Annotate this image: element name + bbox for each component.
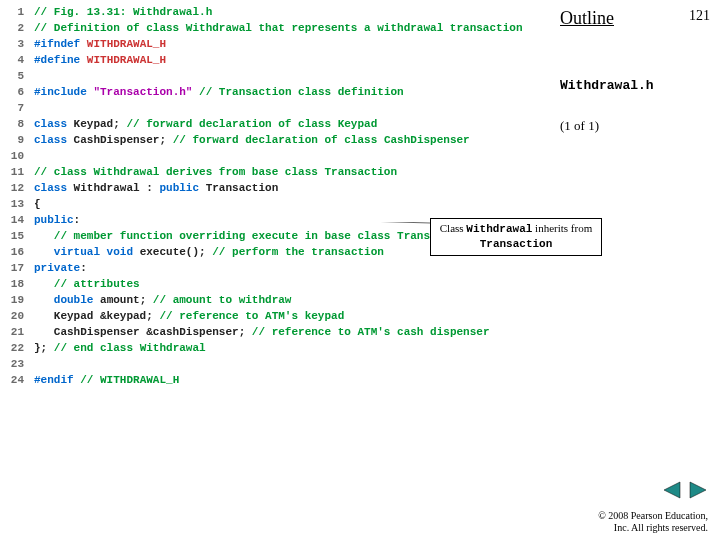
code-token: private bbox=[34, 262, 80, 274]
line-number: 4 bbox=[0, 52, 24, 68]
code-listing: 1// Fig. 13.31: Withdrawal.h2// Definiti… bbox=[0, 0, 555, 388]
code-token: // attributes bbox=[54, 278, 140, 290]
line-number: 18 bbox=[0, 276, 24, 292]
outline-label: Outline bbox=[560, 8, 614, 28]
code-token: Keypad &keypad; bbox=[34, 310, 159, 322]
inheritance-callout: Class Withdrawal inherits from Transacti… bbox=[430, 218, 602, 256]
line-number: 24 bbox=[0, 372, 24, 388]
code-line: 7 bbox=[0, 100, 555, 116]
callout-class-1: Withdrawal bbox=[466, 223, 532, 235]
code-line: 20 Keypad &keypad; // reference to ATM's… bbox=[0, 308, 555, 324]
source-filename: Withdrawal.h bbox=[560, 78, 654, 93]
code-line: 22}; // end class Withdrawal bbox=[0, 340, 555, 356]
callout-class-2: Transaction bbox=[480, 238, 553, 250]
code-token: // Definition of class Withdrawal that r… bbox=[34, 22, 522, 34]
code-token: // Fig. 13.31: Withdrawal.h bbox=[34, 6, 212, 18]
code-line: 10 bbox=[0, 148, 555, 164]
code-line: 4#define WITHDRAWAL_H bbox=[0, 52, 555, 68]
code-line: 19 double amount; // amount to withdraw bbox=[0, 292, 555, 308]
page-number: 121 bbox=[689, 8, 710, 24]
code-token: class bbox=[34, 118, 74, 130]
code-line: 12class Withdrawal : public Transaction bbox=[0, 180, 555, 196]
callout-arrow bbox=[270, 222, 430, 224]
code-token bbox=[34, 230, 54, 242]
code-token: // reference to ATM's cash dispenser bbox=[252, 326, 490, 338]
code-token: { bbox=[34, 198, 41, 210]
code-token: #ifndef bbox=[34, 38, 80, 50]
line-number: 3 bbox=[0, 36, 24, 52]
code-line: 24#endif // WITHDRAWAL_H bbox=[0, 372, 555, 388]
code-token bbox=[80, 38, 87, 50]
line-number: 1 bbox=[0, 4, 24, 20]
code-line: 17private: bbox=[0, 260, 555, 276]
code-token: CashDispenser; bbox=[74, 134, 173, 146]
line-number: 21 bbox=[0, 324, 24, 340]
code-line: 3#ifndef WITHDRAWAL_H bbox=[0, 36, 555, 52]
line-number: 7 bbox=[0, 100, 24, 116]
code-token: public bbox=[159, 182, 205, 194]
code-token: // Transaction class definition bbox=[199, 86, 404, 98]
line-number: 5 bbox=[0, 68, 24, 84]
code-token: : bbox=[74, 214, 81, 226]
code-token: amount; bbox=[100, 294, 153, 306]
line-number: 17 bbox=[0, 260, 24, 276]
line-number: 15 bbox=[0, 228, 24, 244]
next-icon[interactable] bbox=[688, 480, 708, 500]
code-token: : bbox=[80, 262, 87, 274]
line-number: 14 bbox=[0, 212, 24, 228]
code-token: }; bbox=[34, 342, 54, 354]
code-token bbox=[80, 54, 87, 66]
line-number: 11 bbox=[0, 164, 24, 180]
svg-marker-2 bbox=[664, 482, 680, 498]
code-token: #endif bbox=[34, 374, 74, 386]
code-token bbox=[34, 278, 54, 290]
code-token: "Transaction.h" bbox=[93, 86, 192, 98]
nav-buttons bbox=[660, 480, 708, 504]
code-line: 9class CashDispenser; // forward declara… bbox=[0, 132, 555, 148]
copyright-line-2: Inc. All rights reserved. bbox=[598, 522, 708, 534]
code-token: // reference to ATM's keypad bbox=[159, 310, 344, 322]
code-line: 1// Fig. 13.31: Withdrawal.h bbox=[0, 4, 555, 20]
code-line: 8class Keypad; // forward declaration of… bbox=[0, 116, 555, 132]
code-line: 13{ bbox=[0, 196, 555, 212]
code-token: // member function overriding execute in… bbox=[54, 230, 470, 242]
copyright-line-1: © 2008 Pearson Education, bbox=[598, 510, 708, 522]
code-token: CashDispenser &cashDispenser; bbox=[34, 326, 252, 338]
code-token: // class Withdrawal derives from base cl… bbox=[34, 166, 397, 178]
page-counter: (1 of 1) bbox=[560, 118, 599, 134]
code-token: WITHDRAWAL_H bbox=[87, 54, 166, 66]
code-token bbox=[34, 294, 54, 306]
code-token: Withdrawal : bbox=[74, 182, 160, 194]
prev-icon[interactable] bbox=[662, 480, 682, 500]
code-token: Keypad; bbox=[74, 118, 127, 130]
svg-marker-3 bbox=[690, 482, 706, 498]
code-token: class bbox=[34, 134, 74, 146]
code-line: 2// Definition of class Withdrawal that … bbox=[0, 20, 555, 36]
code-token bbox=[34, 246, 54, 258]
line-number: 23 bbox=[0, 356, 24, 372]
code-line: 6#include "Transaction.h" // Transaction… bbox=[0, 84, 555, 100]
code-token: #include bbox=[34, 86, 87, 98]
line-number: 8 bbox=[0, 116, 24, 132]
svg-line-0 bbox=[278, 222, 430, 223]
line-number: 16 bbox=[0, 244, 24, 260]
code-token: WITHDRAWAL_H bbox=[87, 38, 166, 50]
code-token: double bbox=[54, 294, 100, 306]
code-token: #define bbox=[34, 54, 80, 66]
code-token: // perform the transaction bbox=[212, 246, 384, 258]
outline-heading: Outline bbox=[560, 8, 710, 29]
line-number: 6 bbox=[0, 84, 24, 100]
code-token: // forward declaration of class Keypad bbox=[126, 118, 377, 130]
line-number: 2 bbox=[0, 20, 24, 36]
code-line: 21 CashDispenser &cashDispenser; // refe… bbox=[0, 324, 555, 340]
line-number: 10 bbox=[0, 148, 24, 164]
line-number: 19 bbox=[0, 292, 24, 308]
copyright: © 2008 Pearson Education, Inc. All right… bbox=[598, 510, 708, 534]
code-token: // amount to withdraw bbox=[153, 294, 292, 306]
line-number: 12 bbox=[0, 180, 24, 196]
code-token: // WITHDRAWAL_H bbox=[80, 374, 179, 386]
code-token: // forward declaration of class CashDisp… bbox=[173, 134, 470, 146]
code-line: 23 bbox=[0, 356, 555, 372]
line-number: 9 bbox=[0, 132, 24, 148]
code-token: execute(); bbox=[140, 246, 213, 258]
